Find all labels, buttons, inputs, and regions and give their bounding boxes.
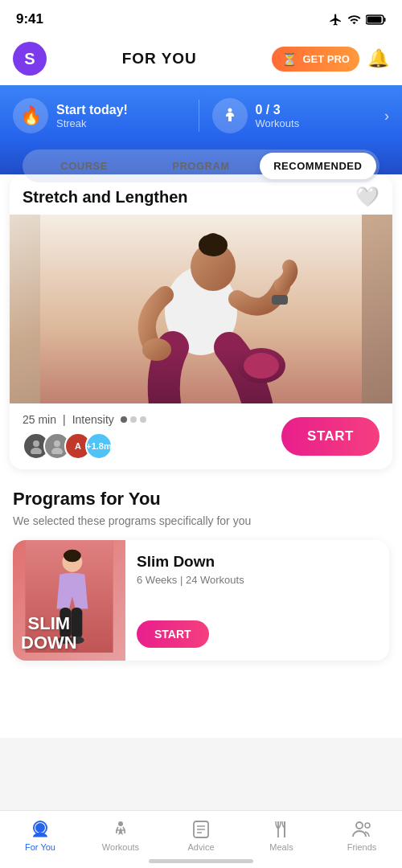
svg-point-3 [228, 108, 232, 113]
app-header: S FOR YOU ⏳ GET PRO 🔔 [0, 35, 402, 85]
workouts-text: 0 / 3 Workouts [256, 103, 300, 129]
nav-meals-label: Meals [269, 842, 293, 852]
svg-point-20 [64, 550, 81, 563]
get-pro-label: GET PRO [302, 53, 350, 65]
participants-count: +1.8m [85, 432, 113, 460]
program-image-text: SLIMDOWN [21, 614, 77, 653]
svg-point-15 [54, 440, 60, 447]
workout-image [10, 215, 392, 403]
programs-section: Programs for You We selected these progr… [0, 482, 402, 674]
program-start-button[interactable]: START [137, 620, 209, 648]
tab-course[interactable]: COURSE [26, 153, 142, 179]
nav-meals[interactable]: Meals [241, 819, 322, 852]
svg-point-12 [244, 353, 279, 379]
workouts-sublabel: Workouts [256, 117, 300, 129]
svg-point-8 [205, 233, 221, 249]
programs-subtitle: We selected these programs specifically … [13, 514, 389, 527]
svg-point-10 [142, 338, 171, 361]
streak-divider [199, 100, 199, 132]
advice-icon [191, 819, 211, 840]
streak-row: 🔥 Start today! Streak 0 / 3 Workouts › [13, 98, 389, 133]
get-pro-button[interactable]: ⏳ GET PRO [272, 47, 359, 72]
dot-2 [130, 416, 137, 423]
status-icons [329, 13, 386, 27]
tab-program[interactable]: PROGRAM [142, 153, 259, 179]
nav-friends[interactable]: Friends [322, 819, 402, 852]
programs-title: Programs for You [13, 489, 389, 510]
streak-item[interactable]: 🔥 Start today! Streak [13, 98, 186, 133]
streak-arrow-icon: › [384, 108, 389, 125]
bottom-spacer [0, 674, 402, 738]
dot-3 [140, 416, 146, 423]
streak-text: Start today! Streak [56, 103, 128, 129]
favorite-icon[interactable]: 🤍 [355, 186, 379, 208]
program-card: SLIMDOWN Slim Down 6 Weeks | 24 Workouts… [13, 540, 389, 661]
wifi-icon [347, 13, 361, 27]
program-image: SLIMDOWN [13, 540, 125, 661]
svg-point-37 [356, 822, 363, 829]
card-stats: 25 min | Intensity [23, 413, 146, 426]
workout-icon-wrap [212, 98, 248, 133]
segment-control: COURSE PROGRAM RECOMMENDED [23, 149, 379, 182]
main-content: Stretch and Lengthen 🤍 [0, 174, 402, 738]
intensity-dots [121, 416, 146, 423]
dot-1 [121, 416, 127, 423]
divider: | [63, 413, 66, 426]
intensity-label: Intensity [72, 413, 114, 426]
duration-text: 25 min [23, 413, 56, 426]
workout-title: Stretch and Lengthen [23, 188, 188, 207]
svg-rect-1 [367, 16, 382, 23]
notification-icon[interactable]: 🔔 [367, 48, 389, 69]
fire-icon: 🔥 [20, 105, 42, 126]
workout-card: Stretch and Lengthen 🤍 [10, 174, 392, 469]
workout-person-svg [10, 215, 392, 403]
start-workout-button[interactable]: START [281, 417, 379, 456]
home-indicator [149, 859, 253, 863]
nav-friends-label: Friends [347, 842, 377, 852]
battery-icon [366, 14, 386, 25]
tab-recommended[interactable]: RECOMMENDED [260, 153, 376, 179]
svg-point-13 [33, 440, 39, 447]
participants-row: A +1.8m [23, 432, 146, 460]
program-meta: 6 Weeks | 24 Workouts [137, 574, 378, 586]
workouts-streak-item[interactable]: 0 / 3 Workouts [212, 98, 385, 133]
svg-point-16 [51, 448, 63, 454]
svg-point-14 [31, 448, 42, 454]
streak-sublabel: Streak [56, 117, 128, 129]
blue-banner: 🔥 Start today! Streak 0 / 3 Workouts › [0, 85, 402, 194]
streak-label: Start today! [56, 103, 128, 117]
header-actions: ⏳ GET PRO 🔔 [272, 47, 389, 72]
card-meta-left: 25 min | Intensity A [23, 413, 146, 460]
program-name: Slim Down [137, 553, 378, 571]
svg-point-38 [365, 823, 370, 828]
nav-for-you[interactable]: For You [0, 819, 80, 852]
workouts-icon [110, 819, 131, 840]
for-you-icon [30, 819, 51, 840]
svg-rect-2 [384, 18, 386, 22]
avatar[interactable]: S [13, 42, 47, 76]
airplane-icon [329, 13, 343, 27]
fire-icon-wrap: 🔥 [13, 98, 48, 133]
nav-advice-label: Advice [187, 842, 214, 852]
program-info: Slim Down 6 Weeks | 24 Workouts START [125, 540, 389, 661]
hourglass-icon: ⏳ [281, 51, 297, 67]
nav-workouts-label: Workouts [102, 842, 139, 852]
nav-advice[interactable]: Advice [161, 819, 241, 852]
nav-for-you-label: For You [25, 842, 55, 852]
svg-rect-9 [272, 295, 288, 305]
svg-point-28 [118, 821, 123, 826]
status-bar: 9:41 [0, 0, 402, 35]
meals-icon [271, 819, 292, 840]
person-icon [220, 106, 240, 125]
friends-icon [351, 819, 372, 840]
page-title: FOR YOU [122, 50, 197, 68]
nav-workouts[interactable]: Workouts [80, 819, 161, 852]
workouts-count: 0 / 3 [256, 103, 300, 117]
card-meta: 25 min | Intensity A [10, 403, 392, 469]
status-time: 9:41 [16, 11, 43, 27]
